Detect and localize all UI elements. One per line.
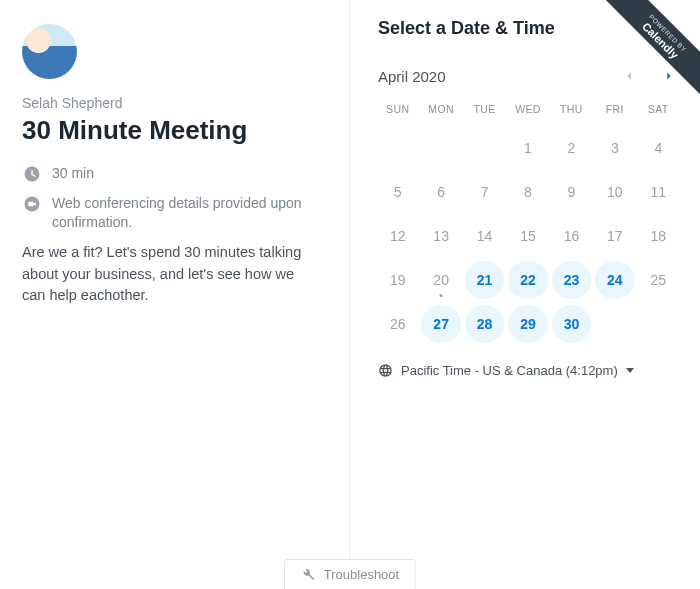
- duration-row: 30 min: [22, 164, 321, 184]
- calendar-day: 6: [421, 173, 460, 211]
- wrench-icon: [301, 567, 316, 582]
- troubleshoot-button[interactable]: Troubleshoot: [284, 559, 416, 589]
- calendar-day: 3: [595, 129, 634, 167]
- calendar-day-available[interactable]: 21: [465, 261, 504, 299]
- dow-header: SAT: [639, 103, 678, 123]
- timezone-label: Pacific Time - US & Canada (4:12pm): [401, 363, 618, 378]
- timezone-selector[interactable]: Pacific Time - US & Canada (4:12pm): [378, 363, 678, 378]
- dow-header: TUE: [465, 103, 504, 123]
- clock-icon: [22, 164, 42, 184]
- calendar-day-available[interactable]: 27: [421, 305, 460, 343]
- calendar-day: 19: [378, 261, 417, 299]
- duration-text: 30 min: [52, 164, 94, 183]
- troubleshoot-label: Troubleshoot: [324, 567, 399, 582]
- calendar-day: 16: [552, 217, 591, 255]
- picker-title: Select a Date & Time: [378, 18, 678, 39]
- globe-icon: [378, 363, 393, 378]
- calendar-day: 15: [508, 217, 547, 255]
- event-title: 30 Minute Meeting: [22, 115, 321, 146]
- calendar-day: [378, 129, 417, 167]
- dow-header: SUN: [378, 103, 417, 123]
- calendar-day: 20: [421, 261, 460, 299]
- calendar-day: 8: [508, 173, 547, 211]
- calendar-day: [421, 129, 460, 167]
- calendar-day: 12: [378, 217, 417, 255]
- calendar-grid: SUNMONTUEWEDTHUFRISAT1234567891011121314…: [378, 103, 678, 343]
- dow-header: WED: [508, 103, 547, 123]
- calendar-day: 11: [639, 173, 678, 211]
- location-text: Web conferencing details provided upon c…: [52, 194, 321, 232]
- calendar-day: 10: [595, 173, 634, 211]
- calendar-day: [595, 305, 634, 343]
- calendar-day: 25: [639, 261, 678, 299]
- calendar-day-available[interactable]: 30: [552, 305, 591, 343]
- calendar-day: 26: [378, 305, 417, 343]
- calendar-day: 5: [378, 173, 417, 211]
- calendar-day-available[interactable]: 24: [595, 261, 634, 299]
- date-picker-panel: Select a Date & Time April 2020 SUNMONTU…: [350, 0, 700, 589]
- calendar-day: 4: [639, 129, 678, 167]
- next-month-button[interactable]: [660, 67, 678, 85]
- calendar-day: 9: [552, 173, 591, 211]
- month-label: April 2020: [378, 68, 446, 85]
- calendar-day: 17: [595, 217, 634, 255]
- calendar-day-available[interactable]: 28: [465, 305, 504, 343]
- calendar-day-available[interactable]: 23: [552, 261, 591, 299]
- dow-header: FRI: [595, 103, 634, 123]
- location-row: Web conferencing details provided upon c…: [22, 194, 321, 232]
- host-name: Selah Shepherd: [22, 95, 321, 111]
- dow-header: THU: [552, 103, 591, 123]
- calendar-day-available[interactable]: 29: [508, 305, 547, 343]
- dow-header: MON: [421, 103, 460, 123]
- host-avatar: [22, 24, 77, 79]
- calendar-day: 1: [508, 129, 547, 167]
- video-icon: [22, 194, 42, 214]
- event-description: Are we a fit? Let's spend 30 minutes tal…: [22, 242, 321, 307]
- calendar-day: 13: [421, 217, 460, 255]
- caret-down-icon: [626, 368, 634, 373]
- calendar-day: 18: [639, 217, 678, 255]
- calendar-day: [639, 305, 678, 343]
- calendar-day-available[interactable]: 22: [508, 261, 547, 299]
- prev-month-button[interactable]: [620, 67, 638, 85]
- calendar-day: [465, 129, 504, 167]
- event-details-panel: Selah Shepherd 30 Minute Meeting 30 min …: [0, 0, 350, 589]
- calendar-day: 2: [552, 129, 591, 167]
- calendar-day: 14: [465, 217, 504, 255]
- calendar-day: 7: [465, 173, 504, 211]
